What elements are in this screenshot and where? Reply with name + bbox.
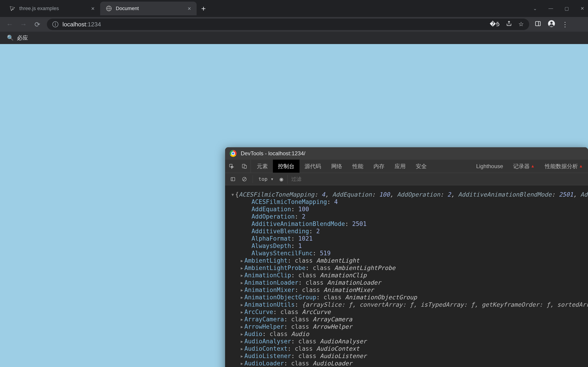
console-prop-row[interactable]: ▸AmbientLight: class AmbientLight xyxy=(231,257,582,264)
forward-button[interactable]: → xyxy=(19,20,27,28)
svg-rect-10 xyxy=(231,177,235,181)
context-select[interactable]: top ▾ xyxy=(257,176,275,182)
console-prop-row[interactable]: ▸AudioListener: class AudioListener xyxy=(231,352,582,360)
console-prop-row[interactable]: ▸AnimationUtils: {arraySlice: ƒ, convert… xyxy=(231,301,582,308)
window-controls: ⌄ — ▢ ✕ xyxy=(533,6,584,11)
tab-label: Document xyxy=(116,6,139,11)
tab-recorder[interactable]: 记录器▲ xyxy=(508,160,540,173)
console-prop-row[interactable]: ▸ArcCurve: class ArcCurve xyxy=(231,308,582,316)
console-prop-row[interactable]: ▸AudioLoader: class AudioLoader xyxy=(231,360,582,367)
tab-console[interactable]: 控制台 xyxy=(273,160,300,173)
console-prop-row[interactable]: ▸AmbientLightProbe: class AmbientLightPr… xyxy=(231,264,582,272)
site-info-icon[interactable]: i xyxy=(52,21,58,27)
svg-rect-9 xyxy=(244,165,246,168)
tab-threejs[interactable]: three.js examples × xyxy=(4,2,100,15)
bookmarks-bar: 🔍 必应 xyxy=(0,32,588,44)
chrome-icon xyxy=(230,150,237,157)
tab-security[interactable]: 安全 xyxy=(411,160,432,173)
console-prop-row[interactable]: ▸AnimationClip: class AnimationClip xyxy=(231,272,582,279)
console-prop-row[interactable]: AlwaysDepth: 1 xyxy=(231,242,582,250)
bookmark-item[interactable]: 必应 xyxy=(17,34,28,42)
page-viewport: DevTools - localhost:1234/ 元素 控制台 源代码 网络… xyxy=(0,44,588,367)
console-prop-row[interactable]: ▸AudioAnalyser: class AudioAnalyser xyxy=(231,338,582,345)
tab-label: three.js examples xyxy=(19,6,59,11)
console-prop-row[interactable]: AlwaysStencilFunc: 519 xyxy=(231,250,582,257)
console-prop-row[interactable]: ▸ArrowHelper: class ArrowHelper xyxy=(231,323,582,330)
tab-memory[interactable]: 内存 xyxy=(368,160,389,173)
tab-perf-insights[interactable]: 性能数据分析▲ xyxy=(540,160,588,173)
star-icon[interactable]: ☆ xyxy=(519,21,524,28)
translate-icon[interactable]: �פֿ xyxy=(490,21,500,28)
sidebar-toggle-icon[interactable] xyxy=(228,175,237,184)
device-icon[interactable] xyxy=(238,160,251,173)
tab-performance[interactable]: 性能 xyxy=(347,160,368,173)
minimize-button[interactable]: — xyxy=(548,6,553,11)
inspect-icon[interactable] xyxy=(225,160,238,173)
url-host: localhost xyxy=(62,21,86,28)
close-icon[interactable]: × xyxy=(188,5,191,12)
globe-icon xyxy=(106,5,112,12)
profile-icon[interactable] xyxy=(548,20,555,29)
svg-line-13 xyxy=(243,178,246,180)
console-prop-row[interactable]: AddEquation: 100 xyxy=(231,206,582,213)
panel-icon[interactable] xyxy=(535,20,541,28)
console-prop-row[interactable]: AdditiveAnimationBlendMode: 2501 xyxy=(231,220,582,227)
console-prop-row[interactable]: ▸ArrayCamera: class ArrayCamera xyxy=(231,316,582,323)
menu-icon[interactable]: ⋮ xyxy=(562,21,568,28)
console-prop-row[interactable]: ▸AnimationMixer: class AnimationMixer xyxy=(231,286,582,294)
console-prop-row[interactable]: ACESFilmicToneMapping: 4 xyxy=(231,198,582,206)
svg-point-6 xyxy=(550,22,553,24)
address-bar: ← → ⟳ i localhost:1234 �פֿ ☆ ⋮ xyxy=(0,17,588,32)
tab-network[interactable]: 网络 xyxy=(326,160,347,173)
console-prop-row[interactable]: ▸AnimationObjectGroup: class AnimationOb… xyxy=(231,294,582,301)
svg-rect-3 xyxy=(536,21,540,26)
live-expression-icon[interactable]: ◉ xyxy=(278,176,285,183)
devtools-title: DevTools - localhost:1234/ xyxy=(241,150,305,157)
console-filter-input[interactable] xyxy=(287,175,585,184)
console-prop-row[interactable]: ▸AnimationLoader: class AnimationLoader xyxy=(231,279,582,286)
clear-console-button[interactable] xyxy=(240,175,249,184)
back-button[interactable]: ← xyxy=(6,20,14,28)
console-output: ▾{ACESFilmicToneMapping: 4, AddEquation:… xyxy=(225,185,588,367)
chevron-down-icon[interactable]: ⌄ xyxy=(533,6,537,11)
devtools-window: DevTools - localhost:1234/ 元素 控制台 源代码 网络… xyxy=(225,147,588,367)
console-prop-row[interactable]: AddOperation: 2 xyxy=(231,213,582,220)
tab-lighthouse[interactable]: Lighthouse xyxy=(471,160,508,173)
devtools-titlebar[interactable]: DevTools - localhost:1234/ xyxy=(225,147,588,160)
new-tab-button[interactable]: + xyxy=(197,4,210,13)
threejs-icon xyxy=(9,5,16,12)
tab-elements[interactable]: 元素 xyxy=(252,160,273,173)
tab-sources[interactable]: 源代码 xyxy=(300,160,326,173)
reload-button[interactable]: ⟳ xyxy=(33,20,41,28)
search-icon: 🔍 xyxy=(7,35,14,41)
share-icon[interactable] xyxy=(506,21,512,28)
url-path: :1234 xyxy=(86,21,101,28)
tab-application[interactable]: 应用 xyxy=(389,160,411,173)
tab-document[interactable]: Document × xyxy=(100,2,197,15)
address-field[interactable]: i localhost:1234 �פֿ ☆ xyxy=(47,19,529,30)
console-prop-row[interactable]: AdditiveBlending: 2 xyxy=(231,227,582,235)
close-icon[interactable]: × xyxy=(91,5,95,12)
console-summary-row[interactable]: ▾{ACESFilmicToneMapping: 4, AddEquation:… xyxy=(231,191,582,198)
console-prop-row[interactable]: ▸AudioContext: class AudioContext xyxy=(231,345,582,352)
console-prop-row[interactable]: ▸Audio: class Audio xyxy=(231,330,582,338)
browser-tab-bar: three.js examples × Document × + ⌄ — ▢ ✕ xyxy=(0,0,588,17)
maximize-button[interactable]: ▢ xyxy=(565,6,569,11)
console-toolbar: top ▾ ◉ xyxy=(225,173,588,185)
close-button[interactable]: ✕ xyxy=(580,6,584,11)
console-prop-row[interactable]: AlphaFormat: 1021 xyxy=(231,235,582,242)
devtools-tabs: 元素 控制台 源代码 网络 性能 内存 应用 安全 Lighthouse 记录器… xyxy=(225,160,588,173)
